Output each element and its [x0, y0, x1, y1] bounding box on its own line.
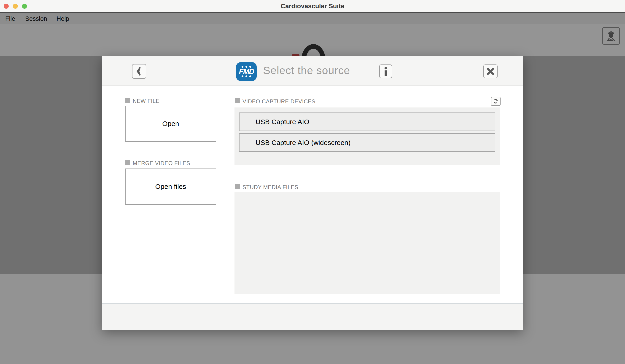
device-item-label: USB Capture AIO (widescreen) — [255, 139, 350, 147]
back-button[interactable] — [132, 64, 146, 79]
operator-profile-button[interactable] — [602, 27, 620, 45]
menu-bar: File Session Help — [0, 12, 625, 24]
close-icon — [487, 67, 494, 75]
fmd-logo-text: FMD — [239, 68, 254, 75]
select-source-dialog: FMD Select the source NEW FILE Open — [102, 56, 523, 330]
section-bullet — [235, 184, 240, 189]
open-files-button-label: Open files — [155, 183, 186, 190]
chevron-left-icon — [136, 67, 143, 76]
new-file-section-label: NEW FILE — [133, 98, 159, 104]
fmd-logo-dots-bottom — [242, 75, 251, 77]
study-media-files-section-label: STUDY MEDIA FILES — [243, 184, 298, 190]
open-files-button[interactable]: Open files — [125, 169, 216, 205]
window-title: Cardiovascular Suite — [0, 2, 625, 10]
window-titlebar: Cardiovascular Suite — [0, 0, 625, 12]
doctor-icon — [605, 30, 617, 42]
device-item-label: USB Capture AIO — [255, 118, 309, 126]
study-media-files-panel — [234, 192, 500, 294]
section-bullet — [235, 98, 240, 103]
fmd-logo: FMD — [236, 62, 257, 81]
menu-item-session[interactable]: Session — [25, 15, 47, 22]
dialog-title: Select the source — [263, 64, 350, 77]
section-bullet — [125, 160, 130, 165]
open-file-button-label: Open — [162, 120, 179, 128]
menu-item-help[interactable]: Help — [57, 15, 69, 22]
info-icon — [384, 67, 388, 76]
merge-video-files-section-label: MERGE VIDEO FILES — [133, 160, 190, 166]
dialog-footer — [102, 303, 523, 330]
menu-item-file[interactable]: File — [5, 15, 15, 22]
open-file-button[interactable]: Open — [125, 106, 216, 142]
device-item-usb-capture-aio-widescreen[interactable]: USB Capture AIO (widescreen) — [239, 133, 495, 152]
refresh-devices-button[interactable] — [491, 97, 500, 106]
dialog-header: FMD Select the source — [102, 56, 523, 86]
refresh-icon — [493, 98, 499, 104]
close-button[interactable] — [483, 64, 498, 78]
section-bullet — [125, 98, 130, 103]
video-capture-devices-section-label: VIDEO CAPTURE DEVICES — [243, 98, 315, 105]
device-item-usb-capture-aio[interactable]: USB Capture AIO — [239, 113, 495, 131]
video-capture-devices-panel: USB Capture AIO USB Capture AIO (widescr… — [234, 107, 500, 165]
info-button[interactable] — [379, 64, 392, 78]
